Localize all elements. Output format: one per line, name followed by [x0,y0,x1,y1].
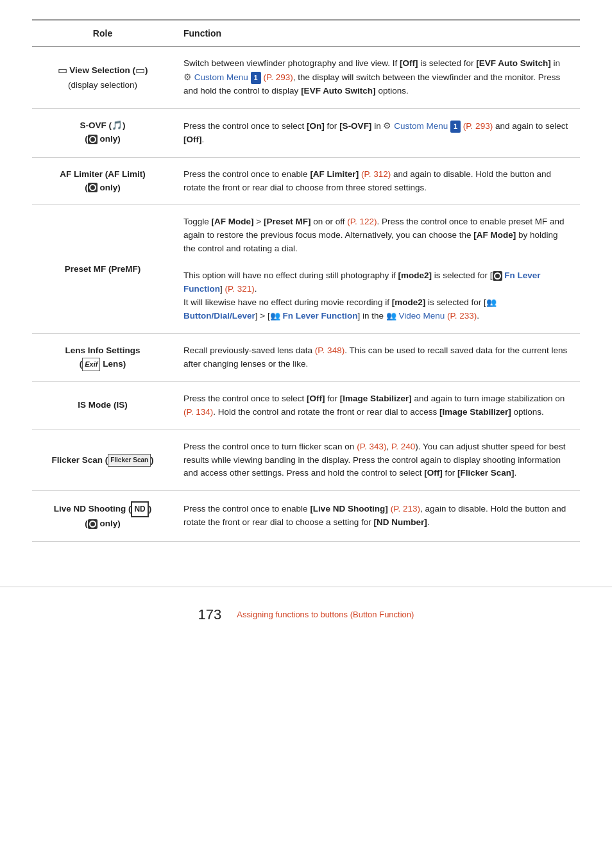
table-row: S-OVF (🎵) ( only) Press the control once… [32,108,580,157]
function-cell-flicker-scan: Press the control once to turn flicker s… [173,430,580,491]
page-ref-233[interactable]: (P. 233) [447,311,477,321]
table-row: ▭ View Selection (▭) (display selection)… [32,47,580,109]
col-header-role: Role [32,20,173,47]
table-row: Flicker Scan (Flicker Scan) Press the co… [32,430,580,491]
flicker-badge: Flicker Scan [108,454,151,467]
custom-menu-link-sovf[interactable]: Custom Menu [394,121,448,131]
gear-icon-sovf: ⚙ [383,121,391,131]
role-cell-view-selection: ▭ View Selection (▭) (display selection) [32,47,173,109]
btn-dial-lever-link[interactable]: Button/Dial/Lever [183,311,255,321]
view-sel-icon2: ▭ [135,65,145,76]
cam-icon-fn-lever [493,271,502,281]
video-menu-link[interactable]: Video Menu [398,311,445,321]
page-ref-321a[interactable]: (P. 321) [225,284,255,294]
page-ref-293b[interactable]: (P. 293) [463,121,493,131]
table-row: Preset MF (PreMF) Toggle [AF Mode] > [Pr… [32,205,580,333]
function-cell-view-selection: Switch between viewfinder photography an… [173,47,580,109]
role-cell-flicker-scan: Flicker Scan (Flicker Scan) [32,430,173,491]
function-cell-lens-info: Recall previously-saved lens data (P. 34… [173,333,580,381]
badge-1-sovf: 1 [450,121,461,133]
footer-description: Assigning functions to buttons (Button F… [237,610,414,619]
function-cell-af-limiter: Press the control once to enable [AF Lim… [173,157,580,205]
cam-icon-sovf [88,135,98,144]
person-icon-fn: 👥 [270,310,280,322]
function-cell-is-mode: Press the control once to select [Off] f… [173,381,580,430]
page-ref-348[interactable]: (P. 348) [315,346,344,355]
function-cell-live-nd: Press the control once to enable [Live N… [173,491,580,542]
page-ref-293a[interactable]: (P. 293) [263,72,293,82]
function-cell-preset-mf: Toggle [AF Mode] > [Preset MF] on or off… [173,205,580,333]
role-cell-preset-mf: Preset MF (PreMF) [32,205,173,333]
custom-menu-link[interactable]: Custom Menu [194,72,248,82]
page-ref-213[interactable]: (P. 213) [391,504,420,513]
page-ref-240[interactable]: P. 240 [391,442,415,451]
role-cell-af-limiter: AF Limiter (AF Limit) ( only) [32,157,173,205]
role-cell-is-mode: IS Mode (IS) [32,381,173,430]
table-row: Lens Info Settings (Exif Lens) Recall pr… [32,333,580,381]
cam-icon-nd [88,519,98,529]
function-cell-s-ovf: Press the control once to select [On] fo… [173,108,580,157]
table-row: AF Limiter (AF Limit) ( only) Press the … [32,157,580,205]
fn-lever-link2[interactable]: Fn Lever Function [282,311,357,321]
badge-1: 1 [251,72,261,84]
exif-badge: Exif [82,358,100,371]
person-icon-btn: 👥 [486,296,497,309]
view-selection-icon: ▭ [58,65,67,76]
page-ref-312[interactable]: (P. 312) [361,169,391,179]
cam-icon-af [88,183,98,192]
col-header-function: Function [173,20,580,47]
table-row: IS Mode (IS) Press the control once to s… [32,381,580,430]
page-ref-134[interactable]: (P. 134) [183,407,213,417]
gear-icon: ⚙ [183,72,192,82]
page-ref-122[interactable]: (P. 122) [347,217,377,226]
page-footer: 173 Assigning functions to buttons (Butt… [0,587,612,623]
role-cell-lens-info: Lens Info Settings (Exif Lens) [32,333,173,381]
role-cell-live-nd: Live ND Shooting (ND) ( only) [32,491,173,542]
table-row: Live ND Shooting (ND) ( only) Press the … [32,491,580,542]
nd-badge: ND [131,501,148,517]
page-number: 173 [198,606,222,623]
role-cell-s-ovf: S-OVF (🎵) ( only) [32,108,173,157]
page-ref-343[interactable]: (P. 343) [357,442,386,451]
person-icon-video: 👥 [386,310,396,322]
